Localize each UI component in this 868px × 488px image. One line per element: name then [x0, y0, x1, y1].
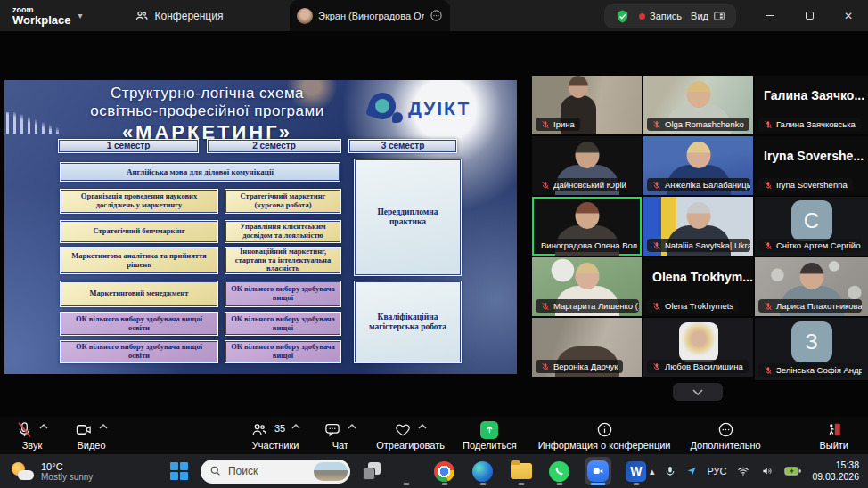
taskbar-app-whatsapp[interactable] — [546, 457, 573, 485]
info-icon — [596, 421, 613, 438]
weather-condition: Mostly sunny — [41, 472, 93, 482]
participant-tile[interactable]: Nataliia Savytska| Ukra... — [643, 197, 753, 256]
muted-mic-icon — [541, 181, 550, 190]
temperature: 10°C — [41, 461, 93, 472]
taskbar-app-chrome[interactable] — [431, 457, 458, 485]
course-box: Кваліфікаційна магістерська робота — [354, 281, 462, 363]
mic-in-use-icon[interactable] — [664, 465, 676, 478]
participants-count-badge: 35 — [274, 423, 285, 434]
participant-tile[interactable]: Ірина — [532, 76, 642, 134]
participant-tile[interactable]: Вероніка Дарчук — [532, 318, 642, 377]
participant-tile[interactable]: Лариса Плахотникова — [755, 257, 868, 316]
search-highlight-image — [314, 462, 348, 481]
leave-meeting-button[interactable]: Выйти — [819, 421, 848, 451]
exit-door-icon — [825, 421, 843, 438]
title-bar: zoom Workplace ▾ Конференция Экран (Вино… — [0, 0, 868, 31]
search-input[interactable]: Поиск — [201, 460, 350, 484]
muted-mic-icon — [764, 181, 773, 190]
muted-mic-icon — [764, 120, 773, 129]
chat-button[interactable]: Чат — [323, 421, 356, 451]
course-box: ОК вільного вибору здобувача вищої — [225, 312, 341, 336]
system-tray: ▴ РУС 15:38 09.03.2026 — [650, 460, 859, 483]
chat-options-caret[interactable] — [348, 424, 356, 429]
search-placeholder: Поиск — [228, 465, 307, 477]
chevron-down-icon[interactable]: ▾ — [78, 11, 83, 20]
time: 15:38 — [812, 460, 859, 471]
share-screen-button[interactable]: Поделиться — [463, 421, 517, 451]
video-button[interactable]: Видео — [75, 421, 108, 451]
recording-label: Запись — [650, 11, 682, 21]
slide-title: Структурно-логічна схема освітньо-профес… — [31, 85, 383, 144]
audio-options-caret[interactable] — [39, 424, 48, 429]
participant-big-name: Галина Заячко... — [755, 88, 868, 102]
taskbar-app-word[interactable]: W — [623, 457, 650, 485]
duikt-logo-icon — [367, 91, 403, 126]
more-options-button[interactable]: Дополнительно — [691, 421, 761, 451]
taskbar-app-copilot[interactable] — [393, 457, 420, 485]
ellipsis-circle-icon — [717, 421, 734, 438]
participant-tile[interactable]: Анжеліка Балабаниць — [643, 136, 753, 195]
meeting-info-button[interactable]: Информация о конференции — [538, 421, 671, 451]
muted-mic-icon — [764, 241, 773, 250]
semester-header-3: 3 семестр — [348, 139, 457, 153]
weather-icon — [11, 460, 34, 482]
taskbar-app-zoom[interactable] — [585, 457, 611, 485]
participant-tile[interactable]: Iryna Sovershe... Iryna Sovershenna — [755, 136, 868, 195]
maximize-button[interactable] — [790, 0, 829, 31]
taskbar-app-edge[interactable] — [470, 457, 496, 485]
video-options-caret[interactable] — [99, 424, 108, 429]
course-box: ОК вільного вибору здобувача вищої — [225, 281, 341, 307]
taskbar-app-explorer[interactable] — [508, 457, 535, 485]
semester-header-2: 2 семестр — [207, 139, 341, 153]
close-button[interactable]: ✕ — [829, 0, 868, 31]
more-participants-button[interactable] — [673, 383, 723, 401]
wifi-icon[interactable] — [736, 465, 750, 477]
taskbar-center: Поиск W — [169, 457, 650, 485]
participant-tile[interactable]: Olga Romashchenko — [643, 76, 753, 134]
task-view-button[interactable] — [362, 461, 381, 481]
meeting-status-pill: Запись Вид — [604, 4, 736, 28]
muted-mic-icon — [652, 241, 661, 250]
participant-big-name: Olena Trokhym... — [643, 270, 753, 284]
start-button[interactable] — [169, 461, 189, 481]
hidden-icons-chevron[interactable]: ▴ — [650, 466, 655, 477]
taskbar-clock[interactable]: 15:38 09.03.2026 — [812, 460, 859, 483]
security-shield-icon[interactable] — [615, 9, 630, 24]
participant-tile[interactable]: З Зелінська Софія Андр... — [755, 318, 868, 380]
weather-widget[interactable]: 10°C Mostly sunny — [11, 460, 169, 482]
semester-header-1: 1 семестр — [58, 139, 199, 153]
muted-mic-icon — [541, 362, 550, 371]
react-options-caret[interactable] — [418, 424, 427, 429]
audio-button[interactable]: Звук — [16, 421, 48, 451]
ellipsis-circle-icon[interactable] — [430, 9, 443, 22]
minimize-button[interactable] — [750, 0, 790, 31]
view-button[interactable]: Вид — [691, 10, 725, 22]
participants-button[interactable]: 35 Участники — [250, 421, 300, 451]
battery-icon[interactable] — [784, 465, 802, 477]
participant-tile[interactable]: Olena Trokhym... Olena Trokhymets — [643, 257, 753, 316]
participant-tile[interactable]: Любов Василишина — [643, 318, 753, 377]
muted-mic-icon — [652, 181, 661, 190]
course-box: ОК вільного вибору здобувача вищої освіт… — [60, 312, 218, 336]
participant-tile[interactable]: Маргарита Лишенко (... — [532, 257, 642, 316]
participant-tile[interactable]: Галина Заячко... Галина Заячковська — [755, 76, 868, 134]
tab-meeting[interactable]: Конференция — [135, 9, 224, 23]
speaker-icon[interactable] — [760, 465, 774, 477]
react-button[interactable]: Отреагировать — [376, 421, 445, 451]
copilot-icon — [396, 461, 416, 482]
zoom-workplace-logo: zoom Workplace — [12, 6, 71, 26]
recording-indicator[interactable]: Запись — [639, 11, 682, 21]
shared-screen-slide: Структурно-логічна схема освітньо-профес… — [4, 80, 517, 374]
participant-tile[interactable]: C Снітко Артем Сергійо... — [755, 197, 868, 256]
language-indicator[interactable]: РУС — [707, 466, 726, 476]
course-box: Стратегічний бенчмаркінг — [60, 220, 218, 243]
zoom-window: zoom Workplace ▾ Конференция Экран (Вино… — [0, 0, 868, 488]
tab-screen-share[interactable]: Экран (Виноградова Олена Вол — [290, 0, 450, 31]
participant-tile[interactable]: Дайновський Юрій — [532, 136, 642, 195]
participant-big-name: Iryna Sovershe... — [755, 149, 868, 163]
participants-options-caret[interactable] — [291, 424, 300, 429]
camera-icon — [75, 421, 93, 438]
participant-initial-avatar: З — [791, 321, 832, 362]
participant-tile-active-speaker[interactable]: Виноградова Олена Вол... — [532, 197, 642, 256]
participant-photo-avatar — [679, 322, 718, 362]
